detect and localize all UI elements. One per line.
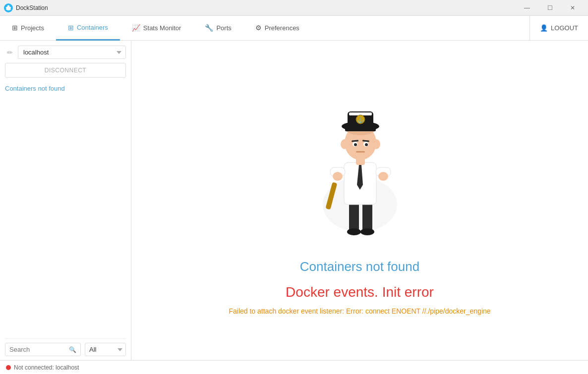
window-controls: — ☐ ✕ <box>516 0 584 16</box>
content-area: ✏ localhost DISCONNECT Containers not fo… <box>0 41 588 360</box>
main-error-title: Docker events. Init error <box>286 284 434 300</box>
tab-ports[interactable]: 🔧 Ports <box>193 16 243 41</box>
svg-point-32 <box>333 172 343 181</box>
svg-point-27 <box>354 143 357 146</box>
svg-text:⚓: ⚓ <box>357 116 364 123</box>
tab-stats-label: Stats Monitor <box>143 24 181 32</box>
search-input[interactable] <box>9 346 66 353</box>
stats-icon: 📈 <box>132 24 140 32</box>
minimize-button[interactable]: — <box>516 0 538 16</box>
nav-tabs: ⊞ Projects ⊞ Containers 📈 Stats Monitor … <box>0 16 311 40</box>
svg-rect-31 <box>356 151 365 153</box>
tab-containers[interactable]: ⊞ Containers <box>56 16 120 41</box>
maximize-button[interactable]: ☐ <box>538 0 561 16</box>
host-row: ✏ localhost <box>5 46 126 59</box>
captain-illustration: ⚓ <box>315 86 405 244</box>
svg-point-3 <box>7 5 10 7</box>
ports-icon: 🔧 <box>205 24 213 32</box>
sidebar-bottom: 🔍 All Running Stopped <box>5 338 126 360</box>
svg-point-7 <box>347 228 361 235</box>
svg-point-17 <box>372 139 380 149</box>
svg-point-8 <box>360 228 374 235</box>
svg-point-16 <box>341 139 349 149</box>
tab-preferences-label: Preferences <box>265 24 299 32</box>
titlebar: DockStation — ☐ ✕ <box>0 0 588 16</box>
svg-point-33 <box>378 172 388 181</box>
status-dot <box>6 365 11 370</box>
app-logo <box>4 3 13 12</box>
user-icon: 👤 <box>540 24 548 32</box>
tab-projects[interactable]: ⊞ Projects <box>0 16 56 41</box>
statusbar: Not connected: localhost <box>0 360 588 374</box>
svg-point-28 <box>365 143 368 146</box>
status-text: Not connected: localhost <box>14 364 79 371</box>
host-select[interactable]: localhost <box>18 46 126 59</box>
search-icon: 🔍 <box>69 346 76 353</box>
containers-not-found-link[interactable]: Containers not found <box>5 84 126 93</box>
close-button[interactable]: ✕ <box>561 0 584 16</box>
preferences-icon: ⚙ <box>255 24 262 32</box>
main-error-message: Failed to attach docker event listener: … <box>229 307 490 315</box>
search-box: 🔍 <box>5 343 81 356</box>
app-body: ⊞ Projects ⊞ Containers 📈 Stats Monitor … <box>0 16 588 374</box>
tab-ports-label: Ports <box>216 24 231 32</box>
titlebar-left: DockStation <box>4 3 48 12</box>
filter-select[interactable]: All Running Stopped <box>85 343 126 356</box>
projects-icon: ⊞ <box>12 24 18 32</box>
tab-projects-label: Projects <box>21 24 44 32</box>
containers-icon: ⊞ <box>68 24 74 32</box>
tab-stats[interactable]: 📈 Stats Monitor <box>120 16 193 41</box>
logout-button[interactable]: 👤 LOGOUT <box>529 16 588 40</box>
edit-host-button[interactable]: ✏ <box>5 47 15 58</box>
main-not-found-label: Containers not found <box>300 259 419 274</box>
sidebar: ✏ localhost DISCONNECT Containers not fo… <box>0 41 131 360</box>
main-panel: ⚓ Containers not found D <box>131 41 588 360</box>
app-title: DockStation <box>16 4 48 11</box>
logout-label: LOGOUT <box>551 24 578 32</box>
disconnect-button[interactable]: DISCONNECT <box>5 63 126 78</box>
tab-preferences[interactable]: ⚙ Preferences <box>243 16 311 41</box>
navbar: ⊞ Projects ⊞ Containers 📈 Stats Monitor … <box>0 16 588 41</box>
tab-containers-label: Containers <box>77 24 108 31</box>
